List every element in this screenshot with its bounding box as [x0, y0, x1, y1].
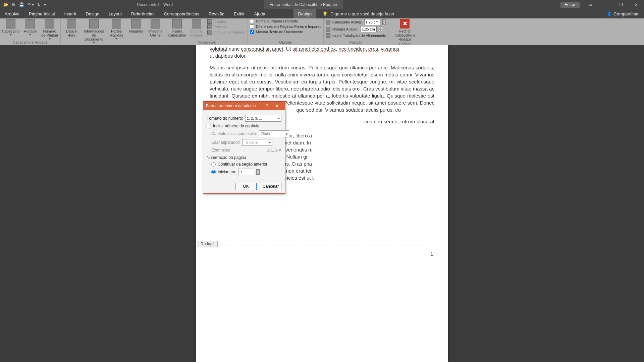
titlebar: 📂 🗎 💾 ↶ ▾ ↻ ▾ Documento1 - Word Ferramen… [0, 0, 644, 9]
chapter-style-select[interactable]: Título 1▾ [259, 130, 289, 137]
start-at-spinner[interactable]: ▲▼ [256, 169, 260, 175]
format-page-number-dialog: Formatar número de página ? ✕ Formato do… [203, 101, 285, 194]
undo-icon[interactable]: ↶ ▾ [28, 2, 34, 7]
previous-button[interactable]: Anterior [207, 19, 246, 24]
header-top-icon [326, 20, 330, 24]
page: volutpat nunc consequat sit amet. Ut sit… [196, 45, 448, 362]
start-at-input[interactable] [238, 169, 254, 175]
header-from-top-input[interactable] [364, 19, 380, 25]
quickparts-button[interactable]: Partes Rápidas [108, 19, 125, 40]
footer-from-bottom: Rodapé Abaixo: ▲▼ [326, 26, 386, 32]
tab-view[interactable]: Exibir [229, 9, 250, 18]
tab-review[interactable]: Revisão [204, 9, 229, 18]
different-first-page-checkbox[interactable]: Primeira Página Diferente [250, 19, 321, 23]
tab-home[interactable]: Página Inicial [24, 9, 59, 18]
continue-previous-radio[interactable]: Continuar da seção anterior [211, 162, 281, 167]
tab-mailings[interactable]: Correspondências [159, 9, 204, 18]
chevron-down-icon: ▾ [278, 117, 280, 120]
link-previous-button[interactable]: Vincular ao Anterior [207, 30, 246, 35]
tab-file[interactable]: Arquivo [0, 9, 24, 18]
include-chapter-checkbox[interactable]: Incluir número do capítulo [207, 124, 281, 128]
online-images-button[interactable]: Imagens Online [147, 19, 164, 37]
examples-value: 1-1, 1-A [267, 148, 281, 153]
tab-layout[interactable]: Layout [104, 9, 126, 18]
share-icon: 👤 [606, 11, 612, 16]
different-odd-even-checkbox[interactable]: Diferentes em Páginas Pares e Ímpares [250, 24, 321, 28]
goto-footer-icon [192, 19, 201, 28]
collapse-ribbon-icon[interactable]: ˄ [640, 40, 642, 44]
new-icon[interactable]: 🗎 [12, 2, 16, 7]
images-icon [131, 19, 141, 28]
datetime-icon [67, 19, 76, 28]
next-icon [207, 24, 212, 29]
tab-design[interactable]: Design [81, 9, 104, 18]
next-button[interactable]: Próximo [207, 24, 246, 29]
dialog-titlebar: Formatar número de página ? ✕ [203, 102, 285, 110]
chapter-style-label: Capítulo inicia com estilo: [211, 131, 257, 136]
footer-from-bottom-input[interactable] [361, 26, 377, 32]
separator-label: Usar separador: [211, 140, 240, 145]
header-spinner[interactable]: ▲▼ [382, 19, 386, 25]
dialog-help-button[interactable]: ? [262, 104, 272, 108]
save-icon[interactable]: 💾 [19, 2, 24, 7]
group-label-navigation: Navegação [168, 40, 246, 45]
footer-separator: Rodapé [210, 245, 434, 245]
open-icon[interactable]: 📂 [3, 2, 8, 7]
group-label-options: Opções [250, 40, 321, 45]
insert-alignment-tab-button[interactable]: Inserir Tabulação de Alinhamento [326, 33, 386, 38]
dialog-title: Formatar número de página [206, 104, 256, 108]
footer-bottom-icon [326, 27, 330, 32]
maximize-button[interactable]: ❐ [613, 0, 629, 9]
dialog-close-button[interactable]: ✕ [272, 104, 282, 108]
link-previous-icon [207, 30, 212, 35]
quickparts-icon [112, 19, 121, 28]
quick-access-toolbar: 📂 🗎 💾 ↶ ▾ ↻ ▾ [0, 2, 46, 7]
page-number-button[interactable]: Número de Página [41, 19, 58, 40]
ribbon-display-icon[interactable]: ▭ [582, 0, 598, 9]
tab-references[interactable]: Referências [126, 9, 159, 18]
show-doc-text-checkbox[interactable]: Mostrar Texto do Documento [250, 30, 321, 34]
goto-header-button[interactable]: Ir para Cabeçalho [168, 19, 186, 37]
docinfo-button[interactable]: Informações do Documento [82, 19, 106, 44]
footer-page-number[interactable]: 1 [210, 245, 434, 257]
page-number-icon [45, 19, 54, 28]
header-button[interactable]: Cabeçalho [2, 19, 19, 36]
close-header-footer-button[interactable]: ✖ Fechar Cabeçalho e Rodapé [390, 19, 419, 41]
lightbulb-icon: 💡 [322, 11, 328, 16]
number-format-label: Formato do número: [207, 116, 243, 121]
context-tab-header-footer: Ferramentas de Cabeçalho e Rodapé [264, 0, 343, 9]
separator-select[interactable]: - (hífen)▾ [242, 139, 272, 146]
footer-button[interactable]: Rodapé [21, 19, 39, 36]
online-images-icon [151, 19, 160, 28]
footer-icon [25, 19, 35, 28]
docinfo-icon [89, 19, 99, 28]
minimize-button[interactable]: — [598, 0, 613, 9]
document-title: Documento1 - Word [46, 2, 264, 7]
signin-button[interactable]: Entrar [560, 2, 580, 8]
close-button[interactable]: ✕ [629, 0, 644, 9]
datetime-button[interactable]: Data e Hora [63, 19, 80, 37]
start-at-radio[interactable]: Iniciar em: ▲▼ [211, 169, 281, 175]
share-label: Compartilhar [614, 11, 639, 16]
share-button[interactable]: 👤 Compartilhar [601, 9, 644, 18]
alignment-tab-icon [326, 33, 330, 38]
goto-footer-button[interactable]: Ir para Rodapé [188, 19, 205, 37]
header-from-top: Cabeçalho Acima: ▲▼ [326, 19, 386, 25]
ok-button[interactable]: OK [235, 183, 257, 190]
document-area: volutpat nunc consequat sit amet. Ut sit… [0, 45, 644, 362]
tell-me-search[interactable]: 💡 Diga-me o que você deseja fazer [316, 9, 400, 18]
cancel-button[interactable]: Cancelar [260, 183, 281, 190]
examples-label: Exemplos: [211, 148, 230, 153]
footer-spinner[interactable]: ▲▼ [379, 26, 382, 32]
tab-insert[interactable]: Inserir [59, 9, 81, 18]
number-format-select[interactable]: 1, 2, 3, ... ▾ [245, 115, 281, 122]
group-label-header-footer: Cabeçalho e Rodapé [2, 40, 58, 45]
goto-header-icon [172, 19, 182, 28]
images-button[interactable]: Imagens [127, 19, 145, 33]
previous-icon [207, 19, 212, 24]
ribbon: Cabeçalho Rodapé Número de Página Cabeça… [0, 18, 644, 45]
redo-icon[interactable]: ↻ [37, 2, 41, 7]
tab-header-footer-design[interactable]: Design [293, 9, 316, 18]
tab-help[interactable]: Ajuda [249, 9, 270, 18]
page-numbering-section-label: Numeração da página [207, 155, 281, 160]
